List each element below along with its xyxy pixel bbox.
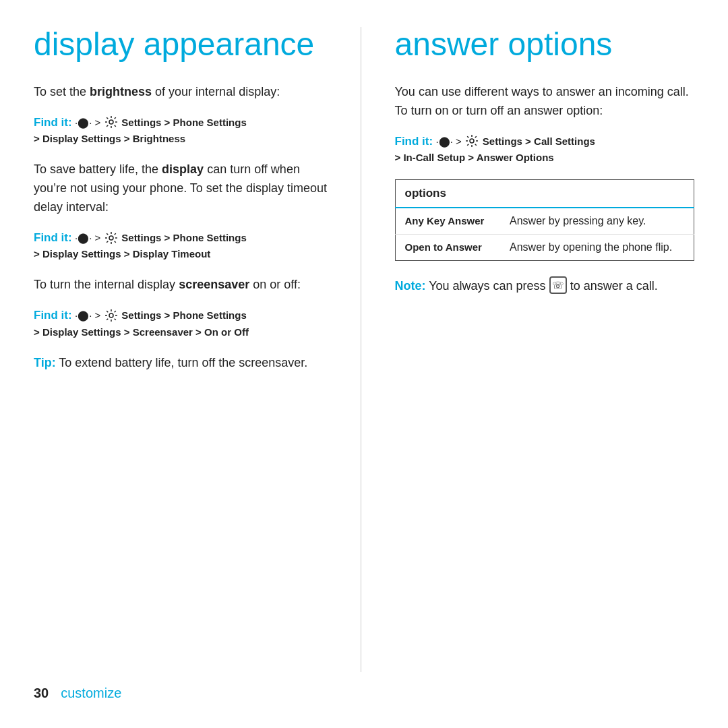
find-it-subpath-1: > Display Settings > Brightness <box>34 133 185 144</box>
left-para3-end: on or off: <box>249 278 301 291</box>
left-para3-start: To turn the internal display <box>34 278 179 291</box>
find-it-label-3: Find it: <box>34 309 72 322</box>
svg-line-7 <box>115 118 116 119</box>
note-text-before: You always can press <box>426 279 549 293</box>
find-it-block-right-1: Find it: ·⬤· > <box>395 133 695 166</box>
left-para3-bold: screensaver <box>179 278 249 291</box>
table-row-1: Any Key Answer Answer by pressing any ke… <box>395 208 694 235</box>
find-it-label-right-1: Find it: <box>395 135 433 148</box>
left-title: display appearance <box>34 27 334 63</box>
note-text-after: to answer a call. <box>567 279 658 293</box>
right-column: answer options You can use different way… <box>361 27 695 672</box>
find-it-subpath-3: > Display Settings > Screensaver > On or… <box>34 324 334 340</box>
nav-dot-icon-right-1: ·⬤· > <box>436 134 462 150</box>
note-paragraph: Note: You always can press ☏ to answer a… <box>395 277 695 296</box>
left-para2-bold: display <box>162 162 204 176</box>
find-it-subpath-3-text: > Display Settings > Screensaver > On or… <box>34 326 249 338</box>
svg-point-18 <box>109 313 113 317</box>
option-name-2: Open to Answer <box>395 235 500 261</box>
left-para1-end: of your internal display: <box>152 85 280 98</box>
nav-dot-icon-1: ·⬤· > <box>75 115 100 131</box>
left-para2-start: To save battery life, the <box>34 162 162 176</box>
svg-point-0 <box>109 120 113 124</box>
right-title: answer options <box>395 27 695 63</box>
left-para1: To set the brightness of your internal d… <box>34 83 334 102</box>
find-it-block-3: Find it: ·⬤· > <box>34 307 334 340</box>
find-it-nav-3: Settings > Phone Settings <box>121 309 246 321</box>
left-para1-bold: brightness <box>90 85 152 98</box>
svg-line-24 <box>115 319 116 320</box>
settings-icon-right-1 <box>466 135 478 147</box>
svg-line-33 <box>475 144 477 146</box>
svg-line-23 <box>107 311 108 312</box>
footer: 30 customize <box>34 672 694 701</box>
svg-line-26 <box>107 319 108 320</box>
svg-line-35 <box>468 144 469 146</box>
find-it-label-1: Find it: <box>34 116 72 129</box>
settings-icon-2 <box>105 232 117 244</box>
find-it-block-2: Find it: ·⬤· > <box>34 229 334 263</box>
find-it-line-2: Find it: ·⬤· > <box>34 229 334 247</box>
svg-point-9 <box>109 236 113 240</box>
option-desc-2: Answer by opening the phone flip. <box>500 235 694 261</box>
option-desc-1: Answer by pressing any key. <box>500 208 694 235</box>
svg-line-16 <box>115 233 116 235</box>
find-it-path1-2: > Display Settings > Brightness <box>34 131 334 147</box>
svg-line-6 <box>115 125 116 127</box>
tip-text: To extend battery life, turn off the scr… <box>56 356 308 369</box>
footer-page-number: 30 <box>34 686 49 701</box>
footer-label: customize <box>61 686 121 701</box>
left-para1-start: To set the <box>34 85 90 98</box>
columns: display appearance To set the brightness… <box>34 27 694 672</box>
find-it-subpath-right-1-text: > In-Call Setup > Answer Options <box>395 152 554 163</box>
find-it-line-3: Find it: ·⬤· > <box>34 307 334 324</box>
find-it-subpath-right-1: > In-Call Setup > Answer Options <box>395 150 695 166</box>
nav-dot-icon-2: ·⬤· > <box>75 231 100 246</box>
svg-line-34 <box>475 137 477 138</box>
svg-line-14 <box>107 233 108 235</box>
nav-dot-icon-3: ·⬤· > <box>75 308 100 324</box>
find-it-line-right-1: Find it: ·⬤· > <box>395 133 695 150</box>
find-it-nav-right-1: Settings > Call Settings <box>483 135 595 147</box>
svg-line-15 <box>115 241 116 242</box>
page: display appearance To set the brightness… <box>0 0 728 728</box>
right-para1: You can use different ways to answer an … <box>395 83 695 121</box>
tip-note: Tip: To extend battery life, turn off th… <box>34 354 334 373</box>
left-para2: To save battery life, the display can tu… <box>34 160 334 217</box>
find-it-line-1: Find it: ·⬤· > <box>34 114 334 131</box>
options-table: options Any Key Answer Answer by pressin… <box>395 179 695 261</box>
option-name-1: Any Key Answer <box>395 208 500 235</box>
table-header: options <box>395 180 694 208</box>
svg-line-5 <box>107 118 108 119</box>
svg-line-8 <box>107 125 108 127</box>
left-para3: To turn the internal display screensaver… <box>34 276 334 295</box>
phone-answer-icon: ☏ <box>549 276 567 294</box>
settings-icon-3 <box>105 309 117 322</box>
svg-line-25 <box>115 311 116 312</box>
left-column: display appearance To set the brightness… <box>34 27 361 672</box>
note-label: Note: <box>395 279 426 293</box>
svg-line-32 <box>468 137 469 138</box>
tip-label: Tip: <box>34 356 56 369</box>
find-it-subpath-2-text: > Display Settings > Display Timeout <box>34 248 210 260</box>
find-it-subpath-2: > Display Settings > Display Timeout <box>34 246 334 262</box>
find-it-nav-2: Settings > Phone Settings <box>121 232 246 243</box>
svg-point-27 <box>470 139 474 143</box>
find-it-nav-1: Settings > Phone Settings <box>121 117 246 128</box>
table-row-2: Open to Answer Answer by opening the pho… <box>395 235 694 261</box>
find-it-block-1: Find it: ·⬤· > <box>34 114 334 148</box>
settings-icon-1 <box>105 116 117 128</box>
find-it-label-2: Find it: <box>34 231 72 244</box>
svg-line-17 <box>107 241 108 242</box>
